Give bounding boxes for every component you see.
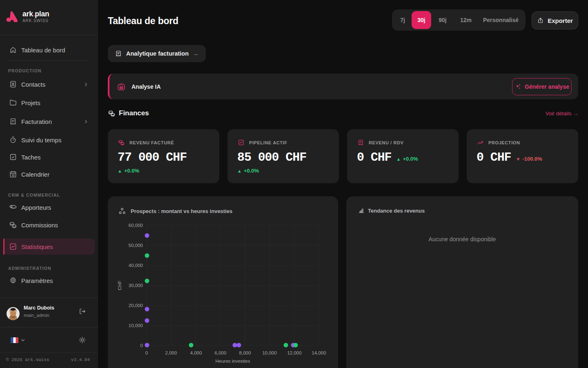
svg-text:60,000: 60,000 — [129, 223, 143, 228]
svg-text:2,000: 2,000 — [165, 350, 177, 355]
svg-text:6,000: 6,000 — [215, 350, 227, 355]
svg-text:10,000: 10,000 — [262, 350, 276, 355]
svg-text:4,000: 4,000 — [190, 350, 202, 355]
svg-text:8,000: 8,000 — [239, 350, 251, 355]
svg-text:10,000: 10,000 — [129, 323, 143, 328]
svg-text:30,000: 30,000 — [129, 283, 143, 288]
svg-text:12,000: 12,000 — [287, 350, 301, 355]
svg-text:CHF: CHF — [117, 280, 122, 290]
svg-text:50,000: 50,000 — [129, 243, 143, 248]
svg-text:0: 0 — [145, 350, 148, 355]
svg-text:Heures investies: Heures investies — [215, 359, 250, 364]
svg-text:12: 12 — [11, 174, 15, 177]
svg-text:20,000: 20,000 — [129, 303, 143, 308]
svg-text:0: 0 — [140, 343, 143, 348]
svg-text:40,000: 40,000 — [129, 263, 143, 268]
svg-text:14,000: 14,000 — [312, 350, 326, 355]
